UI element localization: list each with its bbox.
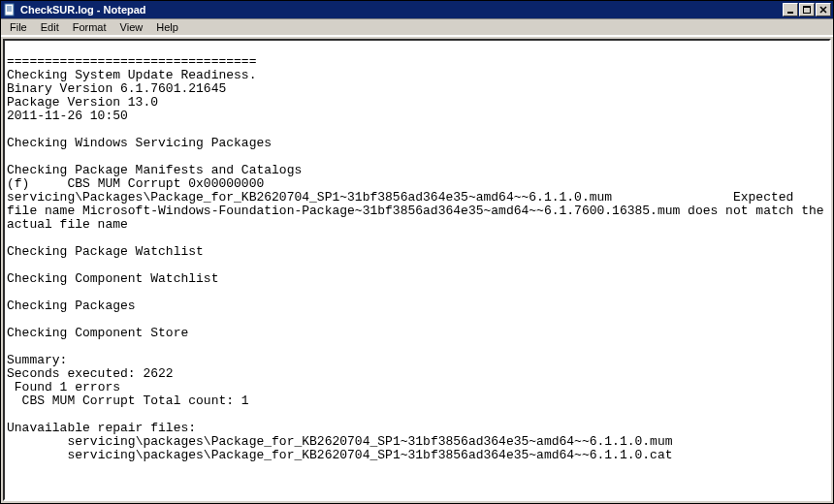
maximize-button[interactable]	[799, 3, 815, 16]
close-button[interactable]	[816, 3, 831, 16]
notepad-window: CheckSUR.log - Notepad File Edit Format …	[0, 0, 834, 504]
notepad-icon	[3, 3, 16, 16]
window-title: CheckSUR.log - Notepad	[20, 4, 783, 16]
window-controls	[783, 3, 831, 16]
menu-view[interactable]: View	[113, 20, 150, 34]
menu-help[interactable]: Help	[149, 20, 185, 34]
menubar: File Edit Format View Help	[1, 18, 833, 37]
editor-frame	[3, 39, 831, 501]
svg-rect-0	[5, 4, 14, 16]
text-editor[interactable]	[5, 41, 829, 499]
menu-edit[interactable]: Edit	[34, 20, 66, 34]
svg-rect-6	[803, 6, 811, 8]
minimize-button[interactable]	[783, 3, 798, 16]
client-area	[1, 37, 833, 503]
titlebar[interactable]: CheckSUR.log - Notepad	[1, 1, 833, 18]
svg-rect-4	[787, 12, 793, 14]
menu-format[interactable]: Format	[66, 20, 113, 34]
menu-file[interactable]: File	[3, 20, 34, 34]
